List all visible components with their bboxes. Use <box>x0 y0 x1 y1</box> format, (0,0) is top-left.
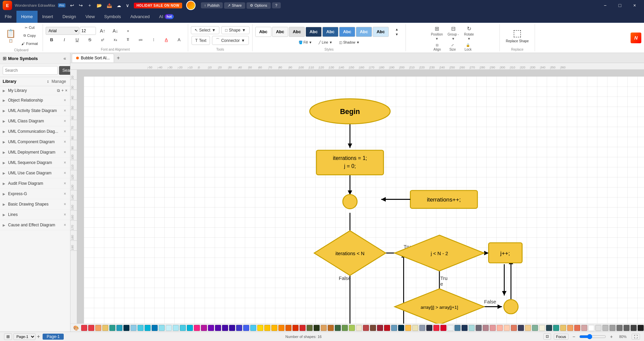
color-swatch[interactable] <box>370 325 376 331</box>
my-library-add-button[interactable]: + <box>61 88 64 93</box>
color-swatch[interactable] <box>631 325 637 331</box>
symbol-close-button[interactable]: × <box>62 212 67 218</box>
color-swatch[interactable] <box>321 325 327 331</box>
symbol-close-button[interactable]: × <box>62 201 67 207</box>
color-swatch[interactable] <box>187 325 193 331</box>
current-page-tab[interactable]: Page-1 <box>43 334 64 340</box>
list-button[interactable]: ≔ <box>135 36 147 44</box>
paste-button[interactable]: 📋 📋 <box>3 27 19 45</box>
superscript-button[interactable]: x² <box>97 37 109 43</box>
open-button[interactable]: 📂 <box>95 2 104 9</box>
cloud-button[interactable]: ☁ <box>115 2 123 9</box>
canvas-drawing-area[interactable]: iterrations++; Begin iterrations = 1; j … <box>84 76 644 324</box>
publish-button[interactable]: ↑ Publish <box>201 2 223 8</box>
symbol-close-button[interactable]: × <box>62 180 67 186</box>
color-swatch[interactable] <box>553 325 559 331</box>
symbol-item-uml-sequence[interactable]: ▶ UML Sequence Diagram × <box>0 158 70 168</box>
export-button[interactable]: 📤 <box>105 2 114 9</box>
symbol-close-button[interactable]: × <box>62 97 67 103</box>
menu-home[interactable]: Home <box>16 11 38 23</box>
add-page-button[interactable]: + <box>37 334 40 340</box>
color-swatch[interactable] <box>201 325 207 331</box>
add-tab-button[interactable]: + <box>115 55 122 61</box>
color-swatch[interactable] <box>215 325 221 331</box>
color-swatch[interactable] <box>102 325 108 331</box>
color-swatch[interactable] <box>116 325 122 331</box>
my-library-label[interactable]: My Library <box>8 88 56 93</box>
holiday-badge[interactable]: HOLIDAY SALE ON NOW <box>134 3 182 8</box>
color-swatch[interactable] <box>159 325 165 331</box>
color-swatch[interactable] <box>518 325 524 331</box>
color-swatch[interactable] <box>539 325 545 331</box>
fit-page-button[interactable]: ⊡ <box>543 333 551 340</box>
color-swatch[interactable] <box>433 325 439 331</box>
format-painter-button[interactable]: 🖌Format <box>19 40 40 47</box>
align-button[interactable]: ≡ <box>122 28 134 34</box>
shadow-button[interactable]: ◫ Shadow ▼ <box>337 39 362 46</box>
text-tool-button[interactable]: T Text <box>192 36 210 45</box>
color-swatch[interactable] <box>419 325 425 331</box>
symbol-close-button[interactable]: × <box>62 160 67 166</box>
zoom-in-button[interactable]: + <box>609 333 614 340</box>
color-swatch[interactable] <box>440 325 446 331</box>
symbol-item-uml-class[interactable]: ▶ UML Class Diagram × <box>0 116 70 126</box>
symbol-item-express-g[interactable]: ▶ Express-G × <box>0 189 70 199</box>
symbol-close-button[interactable]: × <box>62 108 67 114</box>
highlight-button[interactable]: A <box>173 36 185 44</box>
bullet-button[interactable]: ⁝ <box>148 36 160 44</box>
rotate-button[interactable]: ↻ Rotate ▼ <box>462 24 476 42</box>
color-swatch[interactable] <box>271 325 277 331</box>
zoom-slider[interactable] <box>579 334 606 339</box>
search-input[interactable] <box>3 66 58 75</box>
style-box-1[interactable]: Abc <box>255 27 271 37</box>
select-tool-button[interactable]: ↖ Select ▼ <box>191 26 219 34</box>
redo-button[interactable]: ↪ <box>77 2 85 9</box>
color-swatch[interactable] <box>490 325 496 331</box>
styles-up-button[interactable]: ▲ <box>391 27 403 32</box>
color-swatch[interactable] <box>307 325 313 331</box>
color-swatch[interactable] <box>81 325 87 331</box>
page-select[interactable]: Page-1 <box>13 333 36 340</box>
manage-button[interactable]: Manage <box>50 78 67 84</box>
color-swatch[interactable] <box>363 325 369 331</box>
color-swatch[interactable] <box>328 325 334 331</box>
color-swatch[interactable] <box>454 325 461 331</box>
color-swatch[interactable] <box>285 325 291 331</box>
menu-view[interactable]: View <box>81 11 100 23</box>
symbol-close-button[interactable]: × <box>62 118 67 124</box>
focus-button[interactable]: Focus <box>554 334 569 340</box>
increase-font-button[interactable]: A↑ <box>97 27 109 35</box>
symbol-close-button[interactable]: × <box>62 191 67 197</box>
page-layout-toggle[interactable]: ⊞ <box>4 333 12 340</box>
subscript-button[interactable]: x₂ <box>109 36 121 43</box>
options-button[interactable]: ⚙ Options <box>247 2 271 9</box>
color-swatch[interactable] <box>525 325 531 331</box>
color-swatch[interactable] <box>447 325 453 331</box>
color-swatch[interactable] <box>602 325 608 331</box>
color-swatch[interactable] <box>173 325 179 331</box>
shape-tool-button[interactable]: □ Shape ▼ <box>221 26 250 34</box>
undo-button[interactable]: ↩ <box>68 2 76 9</box>
symbol-item-uml-component[interactable]: ▶ UML Component Diagram × <box>0 137 70 147</box>
minimize-button[interactable]: − <box>598 1 612 10</box>
color-swatch[interactable] <box>130 325 137 331</box>
color-swatch[interactable] <box>595 325 601 331</box>
style-box-8[interactable]: Abc <box>373 27 389 37</box>
color-swatch[interactable] <box>264 325 270 331</box>
close-button[interactable]: × <box>628 1 641 10</box>
my-library-expand-button[interactable]: ⧉ <box>57 88 60 93</box>
color-swatch[interactable] <box>95 325 101 331</box>
color-swatch[interactable] <box>462 325 468 331</box>
symbol-item-uml-activity[interactable]: ▶ UML Activity State Diagram × <box>0 106 70 116</box>
drawing-canvas[interactable]: iterrations++; Begin iterrations = 1; j … <box>77 70 644 324</box>
symbol-item-basic-shapes[interactable]: ▶ Basic Drawing Shapes × <box>0 199 70 210</box>
text-type-button[interactable]: T̶ <box>122 36 134 43</box>
color-swatch[interactable] <box>588 325 594 331</box>
underline-button[interactable]: U <box>71 36 83 44</box>
color-swatch[interactable] <box>180 325 186 331</box>
color-swatch[interactable] <box>194 325 200 331</box>
line-button[interactable]: ╱ Line ▼ <box>317 39 334 46</box>
color-swatch[interactable] <box>532 325 538 331</box>
position-button[interactable]: ⊞ Position ▼ <box>429 24 445 42</box>
color-swatch[interactable] <box>560 325 566 331</box>
